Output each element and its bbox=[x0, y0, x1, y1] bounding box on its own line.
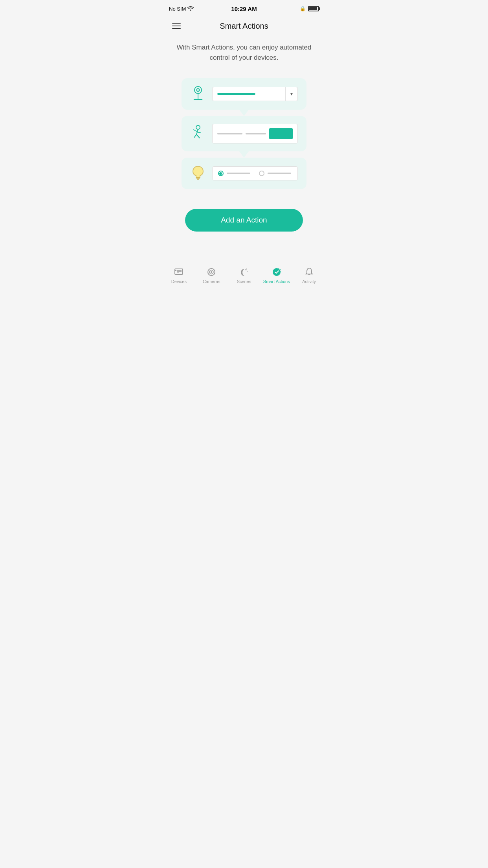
motion-action-card bbox=[182, 116, 307, 151]
activity-icon bbox=[304, 267, 315, 278]
svg-line-26 bbox=[279, 268, 279, 269]
cameras-icon bbox=[206, 267, 217, 278]
motion-person-icon bbox=[190, 126, 206, 142]
page-title: Smart Actions bbox=[220, 22, 268, 31]
carrier-text: No SIM bbox=[169, 6, 186, 12]
battery-icon bbox=[308, 6, 319, 11]
option-text-on bbox=[227, 173, 250, 174]
lock-icon: 🔒 bbox=[300, 6, 306, 11]
motion-card-content bbox=[212, 124, 298, 143]
status-right: 🔒 bbox=[300, 6, 319, 11]
nav-item-cameras[interactable]: Cameras bbox=[195, 267, 228, 284]
dropdown-arrow-icon[interactable]: ▾ bbox=[285, 87, 297, 101]
svg-line-7 bbox=[194, 130, 196, 131]
subtitle-text: With Smart Actions, you can enjoy automa… bbox=[174, 42, 314, 63]
toggle-option-off[interactable] bbox=[259, 171, 291, 176]
camera-dropdown-value bbox=[213, 89, 286, 99]
motion-teal-button[interactable] bbox=[269, 128, 293, 139]
camera-card-content: ▾ bbox=[212, 87, 298, 101]
placeholder-bar-1 bbox=[217, 133, 243, 134]
header: Smart Actions bbox=[163, 17, 325, 35]
bulb-toggle-field[interactable] bbox=[212, 166, 298, 180]
arrow-connector-1 bbox=[239, 110, 249, 116]
radio-dot-on[interactable] bbox=[218, 171, 224, 176]
svg-rect-15 bbox=[175, 270, 176, 271]
bulb-action-card bbox=[182, 158, 307, 189]
svg-point-24 bbox=[246, 268, 247, 269]
light-bulb-icon bbox=[190, 166, 206, 181]
camera-dropdown[interactable]: ▾ bbox=[212, 87, 298, 101]
nav-item-scenes[interactable]: Scenes bbox=[228, 267, 261, 284]
nav-label-devices: Devices bbox=[171, 279, 187, 284]
placeholder-bar-2 bbox=[246, 133, 266, 134]
status-bar: No SIM 10:29 AM 🔒 bbox=[163, 0, 325, 17]
svg-point-21 bbox=[211, 271, 212, 273]
devices-icon bbox=[173, 267, 184, 278]
hamburger-menu-button[interactable] bbox=[171, 21, 182, 31]
nav-item-devices[interactable]: Devices bbox=[163, 267, 195, 284]
nav-item-activity[interactable]: Activity bbox=[293, 267, 325, 284]
scenes-icon bbox=[238, 267, 250, 278]
nav-label-scenes: Scenes bbox=[237, 279, 251, 284]
arrow-connector-2 bbox=[239, 151, 249, 158]
nav-item-smart-actions[interactable]: Smart Actions bbox=[260, 267, 293, 284]
svg-line-10 bbox=[196, 134, 200, 138]
svg-line-27 bbox=[280, 270, 281, 270]
action-cards-container: ▾ bbox=[174, 78, 314, 189]
camera-on-stand-icon bbox=[190, 86, 206, 102]
bulb-card-content bbox=[212, 166, 298, 180]
wifi-icon bbox=[187, 6, 194, 12]
motion-field[interactable] bbox=[212, 124, 298, 143]
nav-label-smart-actions: Smart Actions bbox=[263, 279, 290, 284]
add-action-button[interactable]: Add an Action bbox=[185, 209, 303, 232]
svg-point-23 bbox=[247, 271, 248, 272]
svg-point-2 bbox=[197, 90, 198, 91]
selected-value-bar bbox=[217, 93, 255, 95]
svg-line-9 bbox=[194, 134, 196, 138]
svg-point-5 bbox=[196, 125, 200, 129]
camera-action-card: ▾ bbox=[182, 78, 307, 110]
svg-point-25 bbox=[273, 268, 281, 276]
main-content: With Smart Actions, you can enjoy automa… bbox=[163, 35, 325, 262]
option-text-off bbox=[268, 173, 291, 174]
smart-actions-icon bbox=[271, 267, 282, 278]
svg-point-22 bbox=[245, 269, 246, 270]
nav-label-activity: Activity bbox=[302, 279, 316, 284]
status-time: 10:29 AM bbox=[231, 6, 257, 12]
status-carrier: No SIM bbox=[169, 6, 194, 12]
bottom-nav: Devices Cameras Scenes bbox=[163, 262, 325, 289]
radio-dot-off[interactable] bbox=[259, 171, 264, 176]
toggle-option-on[interactable] bbox=[218, 171, 250, 176]
svg-line-8 bbox=[197, 132, 201, 133]
nav-label-cameras: Cameras bbox=[203, 279, 220, 284]
